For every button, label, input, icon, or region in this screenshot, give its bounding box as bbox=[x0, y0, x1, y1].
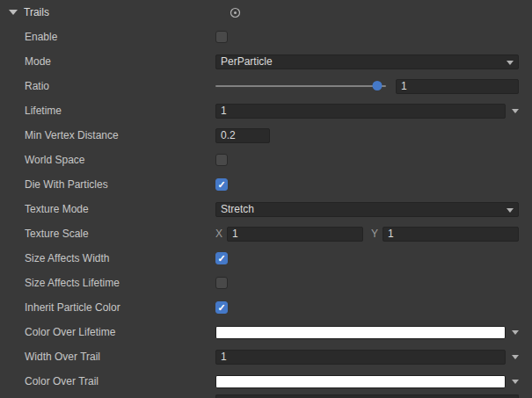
partial-field[interactable] bbox=[215, 394, 519, 398]
slider-track bbox=[215, 85, 386, 87]
ratio-value-field[interactable]: 1 bbox=[396, 79, 519, 94]
row-inherit-particle-color: Inherit Particle Color bbox=[0, 295, 532, 320]
x-axis-label: X bbox=[215, 228, 227, 240]
row-lifetime: Lifetime 1 bbox=[0, 98, 532, 123]
row-size-affects-width: Size Affects Width bbox=[0, 246, 532, 271]
row-color-over-lifetime: Color Over Lifetime bbox=[0, 320, 532, 344]
row-width-over-trail: Width Over Trail 1 bbox=[0, 344, 532, 369]
ratio-value: 1 bbox=[401, 80, 407, 92]
texture-scale-y-field[interactable]: 1 bbox=[383, 227, 519, 242]
width-over-trail-curve-field[interactable]: 1 bbox=[215, 350, 506, 365]
next-row-partial bbox=[215, 394, 519, 398]
enable-checkbox[interactable] bbox=[215, 31, 228, 43]
property-label: Mode bbox=[25, 55, 215, 68]
texture-mode-dropdown[interactable]: Stretch bbox=[215, 202, 519, 217]
property-label: Color Over Trail bbox=[25, 375, 215, 387]
row-texture-scale: Texture Scale X 1 Y 1 bbox=[0, 221, 532, 246]
property-label: Texture Scale bbox=[25, 228, 215, 240]
mode-dropdown-value: PerParticle bbox=[221, 55, 273, 68]
property-label: Lifetime bbox=[25, 105, 215, 117]
min-vertex-distance-value: 0.2 bbox=[221, 129, 236, 141]
foldout-arrow-icon[interactable] bbox=[9, 10, 18, 15]
texture-scale-y-value: 1 bbox=[388, 228, 394, 240]
property-label: Enable bbox=[25, 31, 215, 43]
property-label: Width Over Trail bbox=[25, 351, 215, 363]
chevron-down-icon bbox=[506, 208, 514, 213]
property-label: Die With Particles bbox=[25, 178, 215, 191]
min-vertex-distance-field[interactable]: 0.2 bbox=[215, 128, 270, 143]
color-over-lifetime-dropdown-button[interactable] bbox=[512, 330, 519, 335]
row-world-space: World Space bbox=[0, 148, 532, 172]
lifetime-value: 1 bbox=[221, 105, 227, 117]
width-over-trail-dropdown-button[interactable] bbox=[512, 355, 519, 359]
color-over-lifetime-gradient-field[interactable] bbox=[215, 326, 506, 339]
slider-handle[interactable] bbox=[373, 81, 383, 90]
y-axis-label: Y bbox=[371, 228, 383, 240]
property-label: Size Affects Lifetime bbox=[25, 277, 215, 289]
inherit-particle-color-checkbox[interactable] bbox=[215, 301, 228, 314]
chevron-down-icon bbox=[506, 61, 514, 65]
property-label: Color Over Lifetime bbox=[25, 326, 215, 338]
size-affects-lifetime-checkbox[interactable] bbox=[215, 277, 228, 289]
size-affects-width-checkbox[interactable] bbox=[215, 252, 228, 264]
property-label: World Space bbox=[25, 154, 215, 166]
property-label: Size Affects Width bbox=[25, 252, 215, 264]
row-texture-mode: Texture Mode Stretch bbox=[0, 197, 532, 221]
property-label: Min Vertex Distance bbox=[25, 129, 215, 141]
row-size-affects-lifetime: Size Affects Lifetime bbox=[0, 271, 532, 295]
property-label: Ratio bbox=[25, 80, 215, 92]
ratio-slider[interactable] bbox=[215, 80, 388, 92]
width-over-trail-value: 1 bbox=[221, 351, 227, 363]
texture-scale-x-field[interactable]: 1 bbox=[227, 227, 363, 242]
property-label: Inherit Particle Color bbox=[25, 301, 215, 314]
color-over-trail-dropdown-button[interactable] bbox=[512, 380, 519, 384]
lifetime-dropdown-button[interactable] bbox=[512, 109, 519, 113]
row-enable: Enable bbox=[0, 25, 532, 49]
row-ratio: Ratio 1 bbox=[0, 74, 532, 98]
row-mode: Mode PerParticle bbox=[0, 49, 532, 74]
color-over-trail-gradient-field[interactable] bbox=[215, 375, 506, 388]
die-with-particles-checkbox[interactable] bbox=[215, 178, 228, 191]
property-label: Texture Mode bbox=[25, 203, 215, 215]
mode-dropdown[interactable]: PerParticle bbox=[215, 54, 519, 69]
trails-module-header[interactable]: Trails bbox=[0, 0, 532, 25]
texture-mode-dropdown-value: Stretch bbox=[221, 203, 254, 215]
world-space-checkbox[interactable] bbox=[215, 154, 228, 166]
module-settings-icon[interactable] bbox=[230, 7, 241, 18]
module-title: Trails bbox=[24, 6, 49, 18]
lifetime-curve-field[interactable]: 1 bbox=[215, 104, 506, 119]
row-color-over-trail: Color Over Trail bbox=[0, 369, 532, 394]
row-min-vertex-distance: Min Vertex Distance 0.2 bbox=[0, 123, 532, 148]
texture-scale-x-value: 1 bbox=[232, 228, 238, 240]
row-die-with-particles: Die With Particles bbox=[0, 172, 532, 197]
